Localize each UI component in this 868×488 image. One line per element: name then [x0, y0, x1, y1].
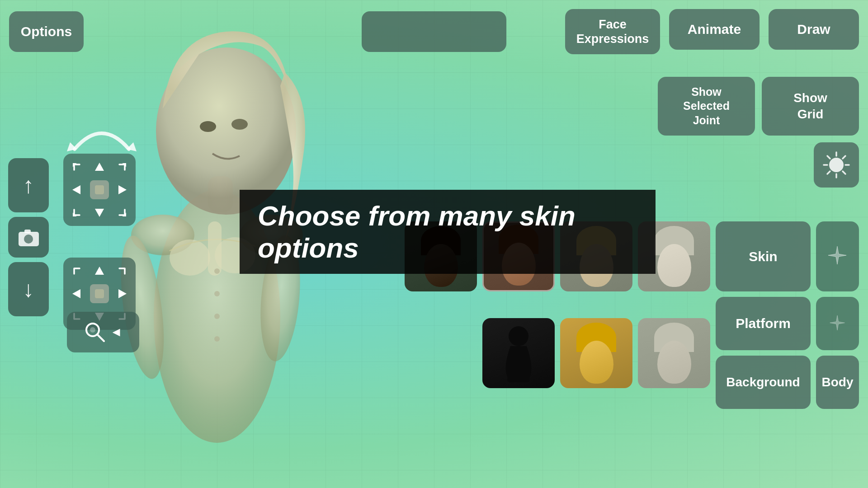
svg-point-12 — [214, 268, 220, 274]
skin-row-2: Platform Background Body — [405, 297, 859, 409]
animate-button[interactable]: Animate — [669, 9, 760, 50]
right-panel: ShowSelectedJoint ShowGrid — [658, 77, 859, 188]
up-left-arrow[interactable] — [68, 158, 88, 178]
svg-line-45 — [843, 156, 845, 159]
sun-icon — [822, 150, 851, 180]
left-control-panel: ↑ ↓ — [8, 158, 49, 316]
draw-button[interactable]: Draw — [769, 9, 859, 50]
svg-rect-25 — [95, 185, 104, 194]
svg-marker-31 — [72, 289, 80, 298]
background-body-row: Background Body — [716, 356, 859, 409]
rotate-arc-icon — [63, 113, 140, 158]
platform-sparkle-button[interactable] — [816, 297, 859, 350]
svg-line-36 — [97, 334, 104, 341]
upper-arrow-cluster — [63, 154, 136, 230]
top-navigation: Options FaceExpressions Animate Draw — [0, 9, 868, 54]
top-right-nav: FaceExpressions Animate Draw — [565, 9, 859, 54]
up-right-arrow[interactable] — [111, 158, 132, 178]
lower-up-right-arrow[interactable] — [111, 262, 132, 282]
svg-point-9 — [170, 239, 210, 276]
platform-button[interactable]: Platform — [716, 297, 811, 350]
lower-left-arrow[interactable] — [68, 284, 88, 304]
svg-point-47 — [509, 326, 528, 346]
zoom-arrow-icon: ◄ — [110, 325, 123, 339]
promo-banner: Choose from many skin options — [240, 190, 656, 274]
down-arrow-icon: ↓ — [23, 276, 34, 302]
show-grid-button[interactable]: ShowGrid — [762, 77, 859, 136]
svg-point-8 — [231, 119, 248, 130]
zoom-search-icon — [84, 321, 106, 343]
svg-point-13 — [214, 291, 220, 296]
platform-background-container: Platform Background Body — [716, 297, 859, 409]
move-up-button[interactable]: ↑ — [8, 158, 49, 212]
face-expressions-button[interactable]: FaceExpressions — [565, 9, 660, 54]
sparkle-icon — [825, 244, 850, 269]
zoom-control[interactable]: ◄ — [67, 312, 139, 352]
lower-center-button[interactable] — [90, 284, 109, 303]
platform-sparkle-icon — [827, 314, 848, 334]
svg-marker-26 — [118, 185, 127, 194]
banner-text: Choose from many skin options — [258, 200, 576, 263]
skin-thumb-shadow[interactable] — [482, 318, 555, 388]
svg-marker-33 — [118, 289, 127, 298]
background-button[interactable]: Background — [716, 356, 811, 409]
options-button[interactable]: Options — [9, 11, 84, 52]
shadow-silhouette-icon — [500, 324, 537, 382]
camera-button[interactable] — [8, 217, 49, 258]
move-down-button[interactable]: ↓ — [8, 262, 49, 316]
show-buttons-row: ShowSelectedJoint ShowGrid — [658, 77, 859, 136]
lower-up-left-arrow[interactable] — [68, 262, 88, 282]
down-arrow[interactable] — [90, 202, 110, 222]
skin-sparkle-button[interactable] — [816, 221, 859, 291]
down-left-arrow[interactable] — [68, 202, 88, 222]
svg-rect-11 — [208, 221, 222, 276]
upper-directional-pad — [63, 154, 136, 226]
left-arrow[interactable] — [68, 180, 88, 200]
svg-line-46 — [827, 171, 830, 174]
sun-button[interactable] — [814, 142, 859, 188]
skin-thumb-gold[interactable] — [560, 318, 632, 388]
camera-icon — [16, 225, 41, 250]
svg-point-14 — [214, 314, 220, 319]
platform-row: Platform — [716, 297, 859, 350]
svg-point-15 — [214, 336, 220, 342]
lower-right-arrow[interactable] — [111, 284, 132, 304]
down-right-arrow[interactable] — [111, 202, 132, 222]
svg-marker-28 — [95, 209, 104, 217]
show-selected-joint-button[interactable]: ShowSelectedJoint — [658, 77, 755, 136]
skin-category-button[interactable]: Skin — [716, 221, 811, 291]
center-button[interactable] — [90, 180, 109, 199]
skin-options-button[interactable] — [362, 11, 506, 52]
svg-line-44 — [843, 171, 845, 174]
svg-line-43 — [827, 156, 830, 159]
svg-point-38 — [829, 158, 844, 172]
svg-marker-24 — [72, 185, 80, 194]
skin-thumb-light[interactable] — [638, 318, 710, 388]
svg-marker-30 — [95, 267, 104, 275]
sun-button-container — [658, 142, 859, 188]
svg-point-17 — [24, 235, 33, 244]
svg-rect-32 — [95, 289, 104, 298]
up-arrow[interactable] — [90, 158, 110, 178]
svg-rect-48 — [507, 377, 530, 382]
svg-rect-18 — [24, 230, 31, 233]
right-arrow[interactable] — [111, 180, 132, 200]
up-arrow-icon: ↑ — [23, 172, 34, 198]
svg-point-37 — [90, 327, 95, 333]
lower-up-arrow[interactable] — [90, 262, 110, 282]
svg-point-7 — [200, 121, 216, 132]
body-button[interactable]: Body — [816, 356, 859, 409]
svg-marker-22 — [95, 163, 104, 171]
